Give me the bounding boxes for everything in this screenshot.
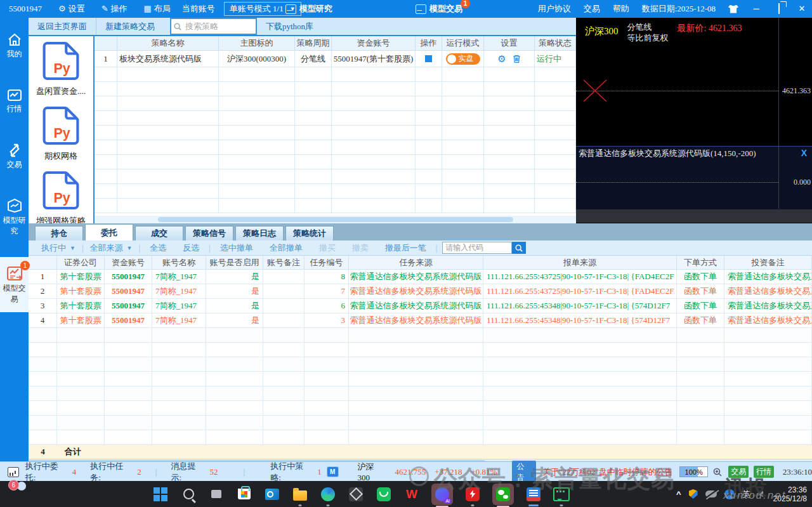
tab-strategy-log[interactable]: 策略日志 — [235, 226, 284, 240]
indicator-pane[interactable]: 索普通达信多板块交易系统源代码版(14,150,-200) X 0.000 — [576, 146, 812, 209]
price-chart[interactable]: 沪深300 分笔线 等比前复权 最新价: 4621.363 4621.363 — [576, 18, 812, 146]
ms-store-button[interactable] — [236, 486, 252, 503]
zoom-level[interactable]: 100% — [679, 466, 709, 477]
order-empty-row[interactable] — [29, 416, 812, 430]
strategy-hscrollbar[interactable] — [95, 216, 576, 223]
viewer-app-button[interactable] — [348, 486, 364, 503]
indicator-close-button[interactable]: X — [801, 148, 807, 158]
ime-indicator[interactable]: 英 — [742, 489, 750, 500]
order-empty-row[interactable] — [29, 372, 812, 386]
wps-button[interactable]: W — [403, 486, 420, 503]
tab-positions[interactable]: 持仓 — [35, 226, 83, 240]
scroll-thumb[interactable] — [158, 217, 513, 222]
tray-expand-button[interactable]: ^ — [676, 489, 681, 499]
announcement-text[interactable]: 关于"22万科02"盘中临时停牌的公告 — [542, 466, 672, 478]
minimize-button[interactable]: ─ — [751, 4, 761, 14]
model-icon[interactable]: M — [327, 466, 339, 477]
invert-select-button[interactable]: 反选 — [183, 242, 199, 254]
user-agreement-link[interactable]: 用户协议 — [538, 3, 571, 15]
strategy-empty-row[interactable] — [95, 199, 576, 213]
strategy-empty-row[interactable] — [95, 155, 576, 169]
delete-strategy-button[interactable] — [513, 55, 521, 63]
file-item[interactable]: Py 期权网格 — [29, 105, 93, 162]
strategy-empty-row[interactable] — [95, 169, 576, 184]
strategy-empty-row[interactable] — [95, 140, 576, 155]
stop-strategy-button[interactable] — [416, 51, 442, 67]
order-row[interactable]: 4 第十套股票 55001947 7简称_1947 是 3 索普通达信多板块交易… — [29, 313, 812, 328]
skin-icon[interactable] — [728, 5, 738, 13]
sidebar-item-trade[interactable]: 交易 — [0, 137, 29, 174]
cancel-buy-button[interactable]: 撤买 — [319, 242, 336, 254]
thunder-app-button[interactable] — [464, 486, 481, 503]
back-home-button[interactable]: 返回主页界面 — [29, 18, 96, 35]
strategy-empty-row[interactable] — [95, 82, 576, 96]
order-empty-row[interactable] — [29, 343, 812, 357]
nav-model-trade[interactable]: 模型交易 1 — [416, 3, 462, 15]
tab-strategy-stats[interactable]: 策略统计 — [285, 226, 334, 240]
new-strategy-button[interactable]: 新建策略交易 — [96, 18, 164, 35]
strategy-empty-row[interactable] — [95, 96, 576, 111]
outlook-button[interactable] — [264, 486, 280, 503]
order-empty-row[interactable] — [29, 401, 812, 416]
cancel-selected-button[interactable]: 选中撤单 — [220, 242, 253, 254]
order-row[interactable]: 3 第十套股票 55001947 7简称_1947 是 6 索普通达信多板块交易… — [29, 299, 812, 313]
help-link[interactable]: 帮助 — [613, 3, 629, 15]
edge-button[interactable] — [320, 486, 336, 503]
tab-strategy-signals[interactable]: 策略信号 — [185, 226, 233, 240]
zoom-icon[interactable] — [713, 468, 722, 477]
file-item[interactable]: Py 增强网格策略 — [29, 169, 93, 223]
order-empty-row[interactable] — [29, 328, 812, 343]
download-python-button[interactable]: 下载python库 — [257, 18, 322, 35]
select-all-button[interactable]: 全选 — [150, 242, 166, 254]
task-view-button[interactable] — [208, 486, 225, 503]
nav-model-research[interactable]: 模型研究 — [285, 3, 332, 15]
tab-orders[interactable]: 委托 — [85, 224, 133, 240]
quote-quick-button[interactable]: 行情 — [754, 466, 774, 478]
strategy-search-input[interactable] — [184, 21, 253, 32]
run-mode-toggle[interactable]: 实盘 — [442, 51, 484, 67]
quark-browser-button[interactable] — [431, 484, 453, 505]
order-empty-row[interactable] — [29, 357, 812, 372]
monitor-icon[interactable] — [8, 467, 19, 477]
close-button[interactable]: ✕ — [797, 4, 807, 14]
source-filter-dropdown[interactable]: 全部来源 ▼ — [90, 242, 133, 254]
cancel-all-button[interactable]: 全部撤单 — [270, 242, 303, 254]
strategy-empty-row[interactable] — [95, 126, 576, 140]
wechat-button[interactable] — [492, 484, 514, 505]
strategy-empty-row[interactable] — [95, 111, 576, 126]
code-input[interactable] — [442, 242, 512, 254]
settings-menu[interactable]: ⚙ 设置 — [58, 3, 85, 15]
cloud-offline-icon[interactable] — [705, 491, 717, 497]
tray-app-icon[interactable] — [724, 489, 735, 499]
order-empty-row[interactable] — [29, 430, 812, 445]
strategy-empty-row[interactable] — [95, 67, 576, 82]
taskbar-search-button[interactable] — [180, 486, 197, 503]
strategy-empty-row[interactable] — [95, 184, 576, 199]
tab-trades[interactable]: 成交 — [135, 226, 183, 240]
operate-menu[interactable]: ✎ 操作 — [102, 3, 128, 15]
status-filter-dropdown[interactable]: 执行中 ▼ — [41, 242, 75, 254]
order-row[interactable]: 2 第十套股票 55001947 7简称_1947 是 7 索普通达信多板块交易… — [29, 284, 812, 299]
announcement-badge[interactable]: 公告 — [512, 461, 536, 484]
qmt-app-button[interactable] — [525, 486, 542, 503]
code-search-button[interactable] — [512, 242, 526, 254]
order-row[interactable]: 1 第十套股票 55001947 7简称_1947 是 8 索普通达信多板块交易… — [29, 270, 812, 284]
order-empty-row[interactable] — [29, 386, 812, 401]
sidebar-item-model-trade[interactable]: 1 模型交易 — [0, 257, 29, 312]
strategy-search[interactable] — [170, 18, 257, 35]
trade-quick-button[interactable]: 交易 — [728, 466, 749, 478]
defender-shield-icon[interactable] — [689, 489, 698, 499]
sidebar-item-home[interactable]: 我的 — [0, 27, 29, 63]
sidebar-item-quotes[interactable]: 行情 — [0, 82, 29, 118]
file-explorer-button[interactable] — [292, 486, 308, 503]
start-button[interactable] — [152, 486, 169, 503]
sidebar-item-model-research[interactable]: 模型研究 — [0, 192, 29, 240]
cancel-sell-button[interactable]: 撤卖 — [352, 242, 369, 254]
meeting-app-button[interactable] — [553, 486, 570, 503]
cancel-last-button[interactable]: 撤最后一笔 — [385, 242, 426, 254]
trade-link[interactable]: 交易 — [584, 3, 600, 15]
taskbar-clock[interactable]: 23:36 2025/12/8 — [773, 485, 807, 503]
strategy-row[interactable]: 1 板块交易系统源代码版 沪深300(000300) 分笔线 55001947(… — [95, 51, 576, 67]
layout-menu[interactable]: ▦ 布局 — [144, 3, 171, 15]
index-name[interactable]: 沪深300 — [358, 461, 386, 483]
